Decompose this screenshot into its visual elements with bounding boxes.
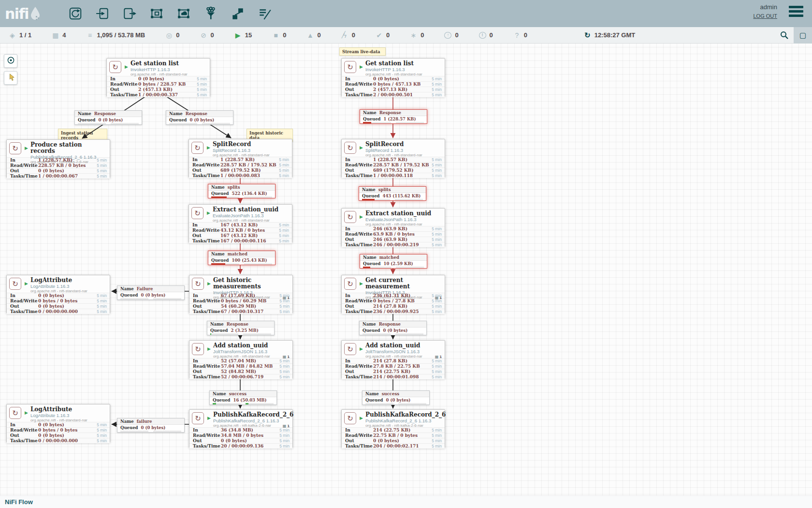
- process-group-icon[interactable]: [149, 6, 164, 21]
- backpressure-size-bar: [202, 123, 230, 124]
- stat-row: Out167 (43.12 KB)5 min: [189, 233, 292, 238]
- stat-row: Read/Write228.57 KB / 179.52 KB5 min: [342, 162, 445, 167]
- flow-canvas[interactable]: NiFi Flow Stream live-dataIngest station…: [0, 44, 812, 508]
- processor-name: LogAttribute: [30, 406, 107, 413]
- connection-label[interactable]: Name Response Queued 0 (0 bytes): [166, 110, 233, 125]
- status-value: 1,095 / 53.78 MB: [97, 31, 145, 39]
- connection-name-key: Name: [78, 111, 91, 116]
- stat-label: Tasks/Time: [345, 444, 373, 448]
- processor-type-icon: ↻: [344, 412, 356, 424]
- processor-type-icon: ↻: [344, 142, 356, 154]
- processor[interactable]: ↻ ▶ SplitRecord SplitRecord 1.16.3 org.a…: [188, 139, 292, 178]
- processor[interactable]: ↻ ▶ Add station_uuid JoltTransformJSON 1…: [341, 340, 445, 379]
- refresh-button[interactable]: ↻ 12:58:27 GMT: [584, 31, 635, 40]
- processor-type: SplitRecord 1.16.3: [365, 148, 442, 153]
- stat-label: Out: [345, 369, 373, 374]
- processor[interactable]: ↻ ▶ LogAttribute LogAttribute 1.16.3 org…: [6, 275, 110, 314]
- input-port-icon[interactable]: [95, 6, 110, 21]
- stat-value: 0 (0 bytes): [38, 293, 97, 298]
- processor[interactable]: ↻ ▶ LogAttribute LogAttribute 1.16.3 org…: [6, 404, 110, 443]
- stat-window: 5 min: [279, 223, 289, 227]
- processor-type-icon: ↻: [191, 142, 203, 154]
- stat-value: 2 (457.13 KB): [373, 87, 432, 92]
- stat-window: 5 min: [279, 293, 290, 298]
- connection-label[interactable]: Name Response Queued 0 (0 bytes): [359, 321, 427, 335]
- hand-cursor-button[interactable]: [4, 71, 17, 85]
- stat-window: 5 min: [97, 304, 107, 309]
- breadcrumb[interactable]: NiFi Flow: [5, 498, 33, 506]
- connection-label[interactable]: Name matched Queued 10 (2.59 KB): [360, 254, 427, 269]
- stat-value: 0 (0 bytes): [38, 422, 97, 427]
- stat-label: Read/Write: [10, 299, 38, 303]
- backpressure-bars: [210, 403, 276, 404]
- stat-row: Read/Write228.57 KB / 0 bytes5 min: [7, 163, 110, 168]
- stat-row: Tasks/Time0 / 00:00:00.0005 min: [7, 438, 110, 443]
- connection-label[interactable]: Name failure Queued 0 (0 bytes): [117, 418, 185, 433]
- processor[interactable]: ↻ ▶ PublishKafkaRecord_2_6 PublishKafkaR…: [341, 409, 445, 448]
- backpressure-size-bar: [244, 196, 272, 198]
- stat-label: Out: [10, 304, 38, 309]
- backpressure-size-bar: [398, 403, 426, 404]
- running-status-icon: ▶: [25, 281, 28, 286]
- status-value: 0: [524, 31, 527, 39]
- stat-window: 5 min: [197, 92, 207, 97]
- up-to-date-icon: ✔: [376, 32, 383, 39]
- stat-label: In: [345, 428, 373, 433]
- processor[interactable]: ↻ ▶ Produce station records PublishKafka…: [6, 139, 110, 178]
- processor[interactable]: ↻ ▶ Get current measurement InvokeHTTP 1…: [341, 275, 445, 314]
- connection-label[interactable]: Name success Queued 16 (50.03 MB): [209, 390, 277, 405]
- processor[interactable]: ↻ ▶ Extract station_uuid EvaluateJsonPat…: [188, 204, 292, 243]
- running-status-icon: ▶: [360, 214, 363, 219]
- connection-name-value: Response: [379, 110, 401, 115]
- output-port-icon[interactable]: [122, 6, 137, 21]
- stat-row: Tasks/Time214 / 00:00:01.0985 min: [342, 374, 445, 379]
- backpressure-bars: [362, 403, 429, 404]
- connection-name-value: failure: [137, 419, 152, 424]
- processor[interactable]: ↻ ▶ SplitRecord SplitRecord 1.16.3 org.a…: [341, 139, 445, 178]
- settings-panel-button[interactable]: ▢: [794, 27, 812, 44]
- backpressure-object-bar: [365, 403, 393, 404]
- processor[interactable]: ↻ ▶ Get station list InvokeHTTP 1.16.3 o…: [106, 58, 210, 97]
- processor[interactable]: ↻ ▶ PublishKafkaRecord_2_6 PublishKafkaR…: [189, 409, 293, 448]
- sync-failure-icon: ?: [513, 32, 521, 39]
- stat-value: 1 / 00:00:00.118: [373, 173, 432, 178]
- connection-label[interactable]: Name Response Queued 1 (228.57 KB): [360, 109, 427, 124]
- stat-row: In0 (0 bytes)5 min: [7, 293, 110, 298]
- processor[interactable]: ↻ ▶ Get historic measurements InvokeHTTP…: [189, 275, 293, 314]
- stat-label: Out: [192, 168, 220, 173]
- connection-label[interactable]: Name splits Queued 443 (115.62 KB): [359, 186, 426, 201]
- processor[interactable]: ↻ ▶ Add station_uuid JoltTransformJSON 1…: [189, 340, 293, 379]
- processor[interactable]: ↻ ▶ Get station list InvokeHTTP 1.16.3 o…: [341, 58, 445, 97]
- processor-icon[interactable]: [68, 6, 83, 21]
- stat-label: In: [10, 158, 38, 163]
- stat-label: Out: [193, 304, 221, 309]
- connection-label[interactable]: Name splits Queued 522 (136.4 KB): [208, 184, 276, 198]
- flow-annotation-label[interactable]: Stream live-data: [339, 47, 386, 56]
- stat-label: Out: [10, 168, 38, 173]
- stat-label: Read/Write: [345, 82, 373, 87]
- template-icon[interactable]: [231, 6, 245, 21]
- app-header: nifi admin LOG OUT: [0, 0, 812, 27]
- search-button[interactable]: [774, 27, 794, 44]
- label-icon[interactable]: [258, 6, 272, 21]
- connection-name-value: success: [229, 391, 246, 396]
- connection-label[interactable]: Name matched Queued 100 (25.43 KB): [208, 251, 276, 265]
- stat-row: Read/Write63.9 KB / 0 bytes5 min: [342, 231, 445, 237]
- stat-label: Tasks/Time: [193, 309, 221, 314]
- nifi-drop-icon: [29, 6, 41, 21]
- connection-label[interactable]: Name Failure Queued 0 (0 bytes): [117, 285, 185, 300]
- connection-label[interactable]: Name Response Queued 0 (0 bytes): [74, 110, 142, 125]
- stat-row: Tasks/Time1 / 00:00:00.3375 min: [107, 92, 210, 97]
- connection-label[interactable]: Name Response Queued 2 (3.25 MB): [207, 321, 275, 335]
- funnel-icon[interactable]: [203, 6, 218, 21]
- stat-window: 5 min: [97, 168, 107, 173]
- connection-label[interactable]: Name success Queued 0 (0 bytes): [362, 390, 430, 405]
- birdseye-button[interactable]: [4, 54, 17, 68]
- processor-type-icon: ↻: [9, 278, 21, 290]
- processor[interactable]: ↻ ▶ Extract station_uuid EvaluateJsonPat…: [341, 208, 445, 247]
- logout-link[interactable]: LOG OUT: [753, 13, 777, 19]
- processor-type: PublishKafkaRecord_2_6 1.16.3: [213, 418, 290, 423]
- stat-value: 167 (43.12 KB): [220, 223, 279, 227]
- remote-process-group-icon[interactable]: [176, 6, 191, 21]
- global-menu-icon[interactable]: [789, 6, 803, 19]
